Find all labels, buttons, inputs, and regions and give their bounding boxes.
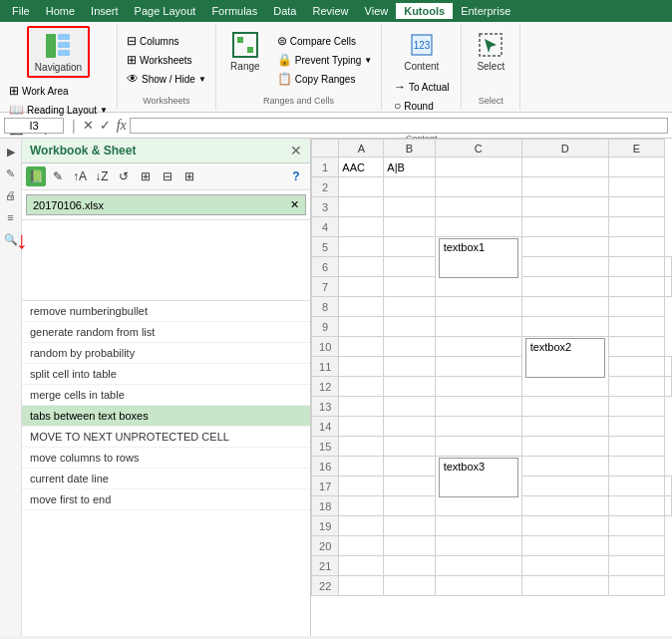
- cell-D6[interactable]: [608, 257, 664, 277]
- nav-tool-grid[interactable]: ⊞: [179, 166, 199, 186]
- cell-E10[interactable]: [608, 337, 664, 357]
- cell-E11[interactable]: [665, 357, 672, 377]
- cell-A13[interactable]: [339, 397, 384, 417]
- cell-A9[interactable]: [339, 317, 384, 337]
- round-button[interactable]: ○ Round: [389, 97, 455, 115]
- cell-D5[interactable]: [521, 237, 608, 257]
- cell-D9[interactable]: [521, 317, 608, 337]
- cell-B4[interactable]: [384, 217, 435, 237]
- confirm-formula-icon[interactable]: ✓: [100, 118, 111, 133]
- cell-D13[interactable]: [521, 397, 608, 417]
- cell-B18[interactable]: [384, 496, 435, 516]
- nav-list-item[interactable]: merge cells in table: [22, 385, 310, 406]
- copy-ranges-button[interactable]: 📋 Copy Ranges: [272, 70, 377, 88]
- cell-B7[interactable]: [384, 277, 435, 297]
- nav-tool-sort-asc[interactable]: ↑A: [70, 166, 90, 186]
- cell-C20[interactable]: [435, 536, 521, 556]
- cell-B21[interactable]: [384, 556, 435, 576]
- cell-B11[interactable]: [384, 357, 435, 377]
- cell-E2[interactable]: [608, 177, 664, 197]
- left-tool-4[interactable]: ≡: [2, 208, 20, 226]
- cell-D12[interactable]: [608, 377, 664, 397]
- nav-tool-refresh[interactable]: ↺: [114, 166, 134, 186]
- cell-D17[interactable]: [608, 477, 664, 496]
- cell-B16[interactable]: [384, 457, 435, 477]
- cell-A4[interactable]: [339, 217, 384, 237]
- nav-tool-expand[interactable]: ⊞: [136, 166, 156, 186]
- cell-D11[interactable]: [608, 357, 664, 377]
- nav-list-item[interactable]: current date line: [22, 469, 310, 489]
- prevent-typing-button[interactable]: 🔒 Prevent Typing ▼: [272, 51, 377, 69]
- cell-A6[interactable]: [339, 257, 384, 277]
- cell-B3[interactable]: [384, 197, 435, 217]
- cell-B19[interactable]: [384, 516, 435, 536]
- nav-file-close[interactable]: ✕: [290, 198, 299, 211]
- formula-input[interactable]: [130, 118, 668, 134]
- cell-D4[interactable]: [521, 217, 608, 237]
- cell-D7[interactable]: [608, 277, 664, 297]
- insert-function-icon[interactable]: fx: [117, 118, 127, 134]
- cell-A19[interactable]: [339, 516, 384, 536]
- nav-tool-help[interactable]: ?: [286, 166, 306, 186]
- nav-tool-sort-desc[interactable]: ↓Z: [92, 166, 112, 186]
- cell-A21[interactable]: [339, 556, 384, 576]
- cell-A17[interactable]: [339, 477, 384, 496]
- cell-E7[interactable]: [665, 277, 672, 297]
- cell-A1[interactable]: AAC: [339, 158, 384, 177]
- cell-A22[interactable]: [339, 576, 384, 596]
- cell-C11[interactable]: [435, 357, 521, 377]
- reading-layout-button[interactable]: 📖 Reading Layout ▼: [4, 101, 113, 119]
- cell-B17[interactable]: [384, 477, 435, 496]
- cell-A14[interactable]: [339, 417, 384, 437]
- cell-D18[interactable]: [608, 496, 664, 516]
- menu-page-layout[interactable]: Page Layout: [127, 3, 204, 19]
- cell-E15[interactable]: [608, 437, 664, 457]
- cell-D21[interactable]: [521, 556, 608, 576]
- navigation-button[interactable]: Navigation: [27, 26, 90, 78]
- cell-A8[interactable]: [339, 297, 384, 317]
- nav-list-item[interactable]: generate random from list: [22, 322, 310, 343]
- nav-file-item[interactable]: 20170106.xlsx ✕: [26, 194, 306, 215]
- cell-D1[interactable]: [521, 158, 608, 177]
- cell-B1[interactable]: A|B: [384, 158, 435, 177]
- cell-A12[interactable]: [339, 377, 384, 397]
- cell-C21[interactable]: [435, 556, 521, 576]
- range-button[interactable]: Range: [220, 26, 270, 76]
- cell-D22[interactable]: [521, 576, 608, 596]
- cell-D19[interactable]: [521, 516, 608, 536]
- menu-enterprise[interactable]: Enterprise: [453, 3, 518, 19]
- cell-C7[interactable]: [521, 277, 608, 297]
- cell-C18[interactable]: [521, 496, 608, 516]
- cell-A16[interactable]: [339, 457, 384, 477]
- show-hide-button[interactable]: 👁 Show / Hide ▼: [122, 70, 211, 88]
- cell-C2[interactable]: [435, 177, 521, 197]
- compare-cells-button[interactable]: ⊜ Compare Cells: [272, 32, 377, 50]
- cell-E5[interactable]: [608, 237, 664, 257]
- cell-C15[interactable]: [435, 437, 521, 457]
- nav-tool-collapse[interactable]: ⊟: [158, 166, 177, 186]
- menu-view[interactable]: View: [357, 3, 397, 19]
- col-header-D[interactable]: D: [521, 140, 608, 158]
- cell-B15[interactable]: [384, 437, 435, 457]
- work-area-button[interactable]: ⊞ Work Area: [4, 82, 113, 100]
- left-tool-2[interactable]: ✎: [2, 164, 20, 182]
- nav-list-item[interactable]: tabs between text boxes: [22, 406, 310, 427]
- cancel-formula-icon[interactable]: ✕: [83, 118, 94, 133]
- nav-list-item[interactable]: move first to end: [22, 489, 310, 510]
- cell-C10[interactable]: [435, 337, 521, 357]
- cell-D10[interactable]: textbox2: [521, 337, 608, 397]
- cell-E3[interactable]: [608, 197, 664, 217]
- cell-E19[interactable]: [608, 516, 664, 536]
- col-header-E[interactable]: E: [608, 140, 664, 158]
- nav-list-item[interactable]: MOVE TO NEXT UNPROTECTED CELL: [22, 427, 310, 448]
- cell-C6[interactable]: [521, 257, 608, 277]
- cell-reference[interactable]: [4, 118, 64, 134]
- select-button[interactable]: Select: [466, 26, 515, 76]
- menu-home[interactable]: Home: [38, 3, 83, 19]
- nav-list-item[interactable]: remove numberingbullet: [22, 301, 310, 322]
- cell-A11[interactable]: [339, 357, 384, 377]
- cell-E12[interactable]: [665, 377, 672, 397]
- to-actual-button[interactable]: → To Actual: [389, 78, 455, 96]
- cell-A3[interactable]: [339, 197, 384, 217]
- cell-B5[interactable]: [384, 237, 435, 257]
